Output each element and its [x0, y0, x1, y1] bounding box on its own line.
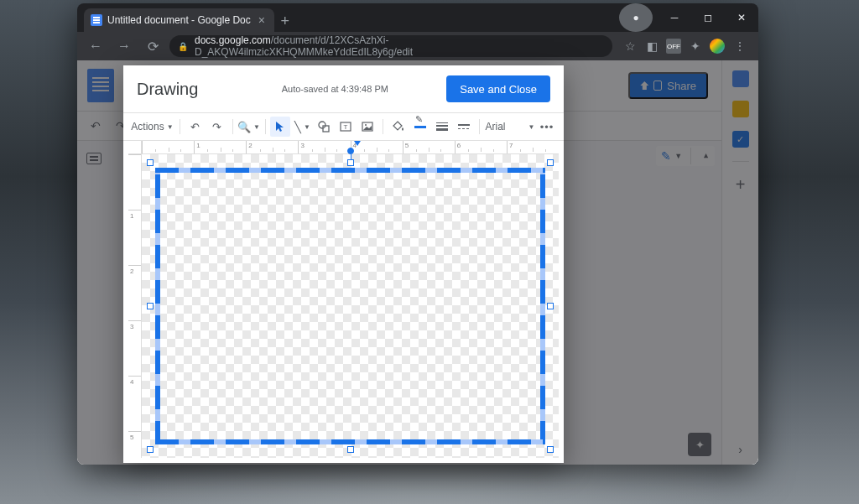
toolbar-separator — [232, 119, 233, 134]
star-icon[interactable]: ☆ — [622, 39, 638, 54]
zoom-button[interactable]: 🔍▼ — [238, 117, 260, 137]
drawing-dialog: Drawing Auto-saved at 4:39:48 PM Save an… — [123, 65, 564, 463]
drawing-canvas[interactable] — [142, 154, 559, 458]
browser-titlebar: Untitled document - Google Doc × + ● ─ ◻… — [77, 3, 758, 32]
vertical-ruler[interactable]: 1 2 3 4 5 — [128, 154, 142, 458]
font-selector[interactable]: Arial▼ — [485, 117, 535, 137]
actions-menu[interactable]: Actions▼ — [130, 117, 174, 137]
resize-handle-tm[interactable] — [347, 159, 354, 166]
shape-tool[interactable] — [314, 117, 334, 137]
toolbar-separator — [383, 119, 383, 134]
svg-rect-1 — [323, 126, 329, 132]
tab-title: Untitled document - Google Doc — [107, 14, 251, 26]
select-tool[interactable] — [270, 117, 290, 137]
close-window-button[interactable]: ✕ — [725, 3, 758, 32]
toolbar-separator — [479, 119, 480, 134]
maximize-button[interactable]: ◻ — [691, 3, 725, 32]
svg-point-5 — [365, 124, 367, 126]
new-tab-button[interactable]: + — [274, 10, 296, 32]
profile-avatar[interactable] — [710, 39, 725, 54]
browser-tab[interactable]: Untitled document - Google Doc × — [84, 8, 274, 32]
chevron-down-icon: ▼ — [167, 123, 174, 131]
tab-audio-icon[interactable]: ● — [619, 3, 653, 32]
drawing-title: Drawing — [137, 80, 198, 99]
url-host: docs.google.com — [195, 34, 271, 46]
omnibox[interactable]: 🔒 docs.google.com/document/d/12XCsAzhXi-… — [169, 35, 612, 57]
resize-handle-bl[interactable] — [147, 446, 154, 453]
back-button[interactable]: ← — [84, 34, 107, 58]
forward-button[interactable]: → — [112, 34, 136, 58]
line-tool[interactable]: ╲▼ — [292, 117, 312, 137]
extension-bookmark-icon[interactable]: ◧ — [644, 39, 659, 54]
extensions-puzzle-icon[interactable]: ✦ — [688, 39, 703, 54]
image-tool[interactable] — [357, 117, 377, 137]
svg-point-0 — [319, 122, 325, 128]
toolbar-separator — [265, 119, 266, 134]
toolbar-separator — [180, 119, 180, 134]
autosave-status: Auto-saved at 4:39:48 PM — [198, 84, 446, 94]
rotate-handle[interactable] — [347, 148, 354, 154]
redo-button[interactable]: ↷ — [207, 117, 227, 137]
docs-favicon-icon — [91, 14, 102, 26]
drawing-canvas-area: 1 2 3 4 5 6 7 1 2 3 4 5 — [123, 141, 564, 463]
border-dash-button[interactable] — [454, 117, 474, 137]
chevron-down-icon: ▼ — [528, 123, 535, 131]
fill-color-button[interactable] — [388, 117, 409, 137]
resize-handle-bm[interactable] — [347, 446, 354, 453]
resize-handle-br[interactable] — [547, 446, 554, 453]
extension-icons: ☆ ◧ OFF ✦ ⋮ — [617, 39, 752, 54]
chevron-down-icon: ▼ — [253, 123, 260, 131]
resize-handle-tl[interactable] — [147, 159, 154, 166]
drawing-toolbar: Actions▼ ↶ ↷ 🔍▼ ╲▼ T Arial▼ ••• — [123, 112, 564, 141]
border-weight-button[interactable] — [432, 117, 452, 137]
extension-off-icon[interactable]: OFF — [666, 39, 681, 54]
browser-menu-button[interactable]: ⋮ — [731, 39, 747, 54]
resize-handle-ml[interactable] — [147, 303, 154, 309]
save-and-close-button[interactable]: Save and Close — [446, 75, 550, 102]
address-bar: ← → ⟳ 🔒 docs.google.com/document/d/12XCs… — [77, 32, 758, 60]
tab-close-button[interactable]: × — [256, 13, 268, 27]
minimize-button[interactable]: ─ — [658, 3, 691, 32]
border-color-button[interactable] — [410, 117, 430, 137]
resize-handle-mr[interactable] — [547, 303, 554, 309]
drawing-header: Drawing Auto-saved at 4:39:48 PM Save an… — [123, 65, 564, 112]
ruler-corner — [128, 141, 142, 154]
lock-icon: 🔒 — [178, 42, 188, 51]
window-controls: ● ─ ◻ ✕ — [619, 3, 758, 32]
undo-button[interactable]: ↶ — [185, 117, 206, 137]
chevron-down-icon: ▼ — [304, 123, 310, 131]
rectangle-shape[interactable] — [150, 163, 550, 449]
ruler-marker-icon — [354, 141, 361, 146]
reload-button[interactable]: ⟳ — [141, 34, 164, 58]
resize-handle-tr[interactable] — [547, 159, 554, 166]
tab-strip: Untitled document - Google Doc × + — [77, 3, 619, 32]
textbox-tool[interactable]: T — [336, 117, 356, 137]
svg-text:T: T — [344, 123, 348, 131]
more-options-button[interactable]: ••• — [537, 117, 557, 137]
